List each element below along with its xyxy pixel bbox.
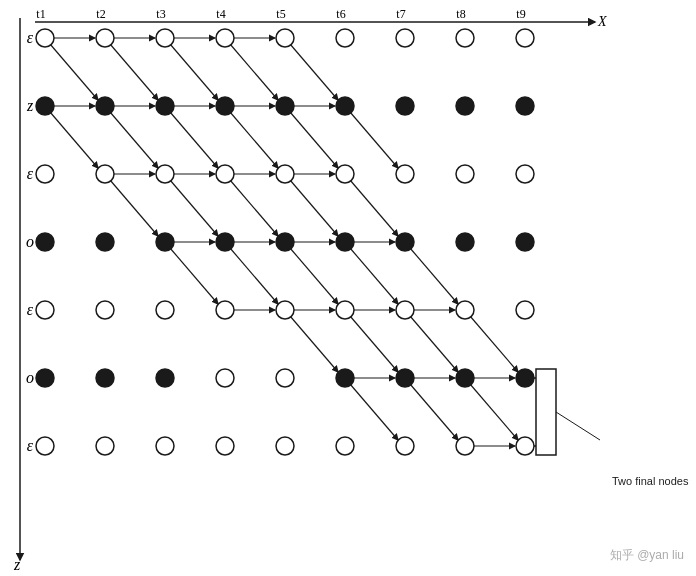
node-r5-t3 bbox=[156, 369, 174, 387]
watermark: 知乎 @yan liu bbox=[610, 547, 684, 564]
node-r2-t6 bbox=[336, 165, 354, 183]
node-r3-t6 bbox=[336, 233, 354, 251]
arrow-r2t3-r3t4 bbox=[170, 180, 218, 236]
node-r4-t2 bbox=[96, 301, 114, 319]
arrow-r5t7-r6t8 bbox=[410, 384, 458, 440]
arrow-r3t6-r4t7 bbox=[350, 248, 398, 304]
arrow-r1t2-r2t3 bbox=[110, 112, 158, 168]
node-r0-t6 bbox=[336, 29, 354, 47]
node-r1-t1 bbox=[36, 97, 54, 115]
node-r0-t2 bbox=[96, 29, 114, 47]
node-r3-t7 bbox=[396, 233, 414, 251]
node-r5-t9 bbox=[516, 369, 534, 387]
node-r6-t6 bbox=[336, 437, 354, 455]
node-r6-t9 bbox=[516, 437, 534, 455]
y-label-5: o bbox=[26, 369, 34, 386]
node-r4-t9 bbox=[516, 301, 534, 319]
node-r3-t5 bbox=[276, 233, 294, 251]
node-r6-t5 bbox=[276, 437, 294, 455]
node-r0-t5 bbox=[276, 29, 294, 47]
y-label-6: ε bbox=[27, 437, 34, 454]
node-r4-t4 bbox=[216, 301, 234, 319]
arrow-r2t4-r3t5 bbox=[230, 180, 278, 236]
x-tick-t7: t7 bbox=[396, 7, 405, 21]
arrow-r0t5-r1t6 bbox=[290, 44, 338, 100]
arrow-r2t5-r3t6 bbox=[290, 180, 338, 236]
node-r1-t8 bbox=[456, 97, 474, 115]
node-r4-t8 bbox=[456, 301, 474, 319]
node-r2-t7 bbox=[396, 165, 414, 183]
node-r4-t5 bbox=[276, 301, 294, 319]
node-r3-t9 bbox=[516, 233, 534, 251]
node-r2-t5 bbox=[276, 165, 294, 183]
arrow-r4t8-r5t9 bbox=[470, 316, 518, 372]
node-r5-t1 bbox=[36, 369, 54, 387]
node-r1-t5 bbox=[276, 97, 294, 115]
arrow-r3t3-r4t4 bbox=[170, 248, 218, 304]
node-r2-t1 bbox=[36, 165, 54, 183]
node-r3-t3 bbox=[156, 233, 174, 251]
trellis-diagram: X z t1 t2 t3 t4 t5 t6 t7 t8 t9 ε z ε o ε… bbox=[0, 0, 696, 576]
arrow-r1t1-r2t2 bbox=[50, 112, 98, 168]
arrow-r2t2-r3t3 bbox=[110, 180, 158, 236]
y-label-3: o bbox=[26, 233, 34, 250]
arrow-r4t7-r5t8 bbox=[410, 316, 458, 372]
arrow-r0t2-r1t3 bbox=[110, 44, 158, 100]
node-r1-t7 bbox=[396, 97, 414, 115]
x-tick-t4: t4 bbox=[216, 7, 225, 21]
node-r5-t8 bbox=[456, 369, 474, 387]
node-r1-t3 bbox=[156, 97, 174, 115]
node-r3-t4 bbox=[216, 233, 234, 251]
arrow-r1t5-r2t6 bbox=[290, 112, 338, 168]
x-tick-t9: t9 bbox=[516, 7, 525, 21]
arrow-r3t5-r4t6 bbox=[290, 248, 338, 304]
node-r0-t1 bbox=[36, 29, 54, 47]
x-tick-t5: t5 bbox=[276, 7, 285, 21]
arrow-r1t3-r2t4 bbox=[170, 112, 218, 168]
y-label-4: ε bbox=[27, 301, 34, 318]
final-nodes-bracket bbox=[536, 369, 556, 455]
x-tick-t6: t6 bbox=[336, 7, 345, 21]
node-r6-t7 bbox=[396, 437, 414, 455]
y-label-1: z bbox=[26, 97, 34, 114]
arrow-r0t4-r1t5 bbox=[230, 44, 278, 100]
node-r0-t4 bbox=[216, 29, 234, 47]
x-tick-t1: t1 bbox=[36, 7, 45, 21]
node-r6-t4 bbox=[216, 437, 234, 455]
arrow-r5t8-r6t9 bbox=[470, 384, 518, 440]
node-r6-t1 bbox=[36, 437, 54, 455]
node-r0-t8 bbox=[456, 29, 474, 47]
node-r5-t7 bbox=[396, 369, 414, 387]
node-r4-t6 bbox=[336, 301, 354, 319]
node-r0-t9 bbox=[516, 29, 534, 47]
node-r2-t4 bbox=[216, 165, 234, 183]
diagram-container: X z t1 t2 t3 t4 t5 t6 t7 t8 t9 ε z ε o ε… bbox=[0, 0, 696, 576]
y-label-2: ε bbox=[27, 165, 34, 182]
x-tick-t2: t2 bbox=[96, 7, 105, 21]
x-tick-t3: t3 bbox=[156, 7, 165, 21]
node-r4-t7 bbox=[396, 301, 414, 319]
x-axis-label: X bbox=[597, 14, 607, 29]
node-r1-t4 bbox=[216, 97, 234, 115]
arrow-r2t6-r3t7 bbox=[350, 180, 398, 236]
node-r2-t3 bbox=[156, 165, 174, 183]
node-r2-t9 bbox=[516, 165, 534, 183]
arrow-r4t6-r5t7 bbox=[350, 316, 398, 372]
node-r2-t8 bbox=[456, 165, 474, 183]
node-r3-t8 bbox=[456, 233, 474, 251]
node-r2-t2 bbox=[96, 165, 114, 183]
arrow-r1t6-r2t7 bbox=[350, 112, 398, 168]
node-r1-t6 bbox=[336, 97, 354, 115]
node-r6-t8 bbox=[456, 437, 474, 455]
bottom-z-label: z bbox=[13, 556, 21, 573]
final-nodes-label: Two final nodes bbox=[612, 474, 692, 488]
node-r5-t2 bbox=[96, 369, 114, 387]
node-r6-t2 bbox=[96, 437, 114, 455]
node-r1-t2 bbox=[96, 97, 114, 115]
node-r5-t4 bbox=[216, 369, 234, 387]
node-r4-t1 bbox=[36, 301, 54, 319]
node-r3-t1 bbox=[36, 233, 54, 251]
node-r5-t6 bbox=[336, 369, 354, 387]
node-r4-t3 bbox=[156, 301, 174, 319]
node-r0-t7 bbox=[396, 29, 414, 47]
